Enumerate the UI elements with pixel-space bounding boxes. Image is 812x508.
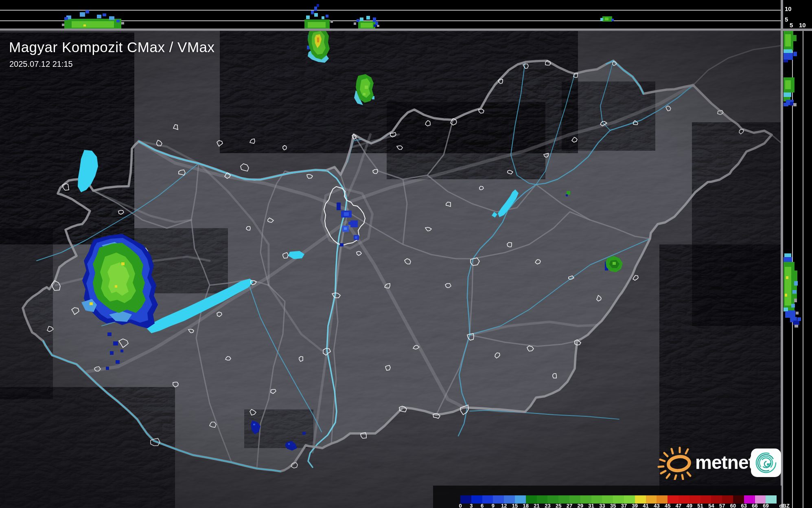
- radar-echo-pixel: [567, 191, 570, 195]
- dbz-scale-cell: [744, 495, 755, 504]
- profile-echo: [116, 20, 120, 22]
- dbz-scale-cell: [537, 495, 548, 504]
- radar-echo-pixel: [253, 424, 255, 425]
- dbz-scale-tick: 6: [476, 503, 488, 508]
- profile-echo: [797, 317, 801, 321]
- dbz-scale-cell: [482, 495, 493, 504]
- dbz-scale-tick: 29: [574, 503, 587, 508]
- dbz-scale-tick: 41: [640, 503, 652, 508]
- profile-echo: [306, 15, 310, 19]
- dbz-scale-cell: [493, 495, 504, 504]
- dbz-scale-tick: 35: [607, 503, 619, 508]
- radar-echo-pixel: [116, 360, 120, 364]
- profile-echo: [354, 22, 356, 25]
- profile-echo: [80, 12, 85, 17]
- dbz-scale-tick: 15: [509, 503, 521, 508]
- profile-echo: [360, 18, 363, 21]
- profile-echo: [784, 53, 793, 60]
- dbz-scale-cell: [733, 495, 744, 504]
- radar-echo-pixel: [317, 37, 319, 42]
- dbz-scale-tick: 9: [487, 503, 499, 508]
- dbz-scale-cell: [635, 495, 646, 504]
- dbz-scale-cell: [755, 495, 766, 504]
- profile-echo: [785, 294, 787, 297]
- dbz-scale-cell: [766, 495, 777, 504]
- profile-echo: [64, 17, 68, 20]
- profile-echo: [792, 290, 797, 294]
- dbz-scale-tick: 33: [596, 503, 608, 508]
- profile-echo: [794, 325, 798, 328]
- right-profile-axis-5km: 5: [790, 22, 793, 29]
- dbz-scale-cell: [689, 495, 700, 504]
- radar-echo-pixel: [113, 341, 118, 345]
- dbz-scale-tick: 27: [563, 503, 576, 508]
- profile-echo: [784, 59, 788, 62]
- dbz-scale-cell: [678, 495, 689, 504]
- dbz-scale-tick: 21: [531, 503, 543, 508]
- radar-echo-pixel: [302, 432, 306, 435]
- radar-echo-pixel: [340, 243, 344, 246]
- radar-echo-pixel: [348, 222, 354, 225]
- radar-echo-pixel: [288, 443, 290, 445]
- dbz-scale-tick: 57: [716, 503, 728, 508]
- dbz-scale-tick: 12: [498, 503, 510, 508]
- dbz-scale-cell: [591, 495, 602, 504]
- top-profile-axis-5km: 5: [785, 16, 788, 23]
- dbz-scale-tick: 63: [738, 503, 750, 508]
- dbz-scale-tick: 49: [683, 503, 696, 508]
- dbz-scale-cell: [700, 495, 711, 504]
- profile-echo: [330, 20, 333, 23]
- dbz-scale-tick: 60: [727, 503, 739, 508]
- profile-echo: [611, 19, 614, 21]
- radar-echo-pixel: [344, 212, 349, 216]
- radar-echo-pixel: [115, 285, 117, 288]
- dbz-scale-cell: [613, 495, 624, 504]
- dbz-scale-tick: 54: [705, 503, 717, 508]
- dbz-scale-tick: 0: [454, 503, 466, 508]
- sun-icon: [656, 446, 697, 480]
- profile-echo: [784, 92, 791, 97]
- dbz-scale-tick: 31: [585, 503, 598, 508]
- profile-echo: [322, 16, 324, 19]
- dbz-scale-tick: 37: [618, 503, 630, 508]
- dbz-scale-cell: [471, 495, 482, 504]
- profile-echo: [357, 19, 359, 22]
- profile-echo: [85, 10, 89, 13]
- dbz-scale-tick: 45: [661, 503, 674, 508]
- profile-echo: [793, 35, 797, 41]
- profile-echo: [72, 21, 114, 28]
- dbz-scale-cell: [711, 495, 722, 504]
- metnet-app-icon: [751, 448, 782, 478]
- radar-echo-pixel: [613, 262, 616, 265]
- strip-divider-vertical: [781, 0, 783, 508]
- profile-echo: [121, 22, 124, 24]
- profile-echo: [785, 310, 795, 318]
- profile-echo: [791, 304, 795, 308]
- dbz-scale-tick: 39: [629, 503, 641, 508]
- profile-echo: [109, 16, 114, 20]
- profile-echo: [794, 299, 797, 302]
- dbz-scale-tick: 43: [650, 503, 663, 508]
- radar-echo-pixel: [337, 202, 341, 210]
- dbz-scale-tick: 18: [520, 503, 532, 508]
- radar-echo-pixel: [344, 227, 347, 230]
- dbz-scale-cell: [504, 495, 515, 504]
- page-title: Magyar Kompozit CMax / VMax: [9, 39, 215, 55]
- mountain-ridges: [562, 81, 655, 151]
- profile-echo: [794, 270, 797, 281]
- profile-echo: [83, 24, 86, 26]
- dbz-scale-cell: [515, 495, 526, 504]
- dbz-scale-cell: [526, 495, 537, 504]
- profile-echo: [785, 34, 791, 46]
- profile-echo: [605, 18, 608, 20]
- dbz-scale-cell: [668, 495, 678, 504]
- right-profile-axis-10km: 10: [799, 22, 806, 29]
- dbz-scale-tick: 25: [552, 503, 565, 508]
- top-profile-axis-10km: 10: [785, 5, 792, 12]
- dbz-scale-cell: [624, 495, 635, 504]
- profile-echo: [793, 321, 799, 325]
- dbz-scale-cell: [547, 495, 558, 504]
- profile-echo: [62, 24, 64, 26]
- profile-echo: [314, 7, 317, 11]
- profile-echo: [600, 18, 603, 21]
